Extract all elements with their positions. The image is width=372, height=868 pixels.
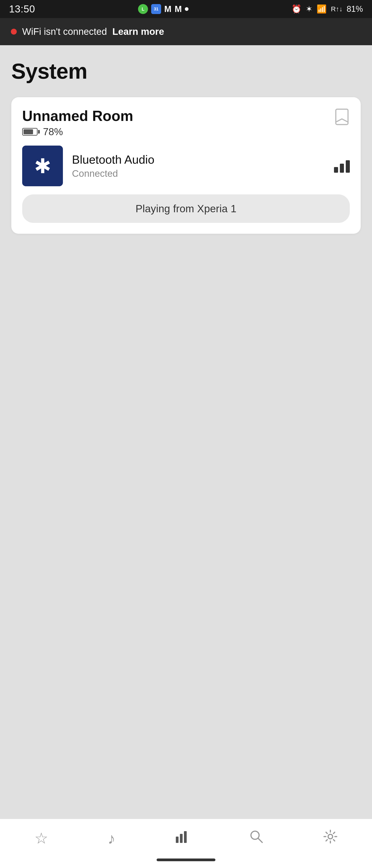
search-icon — [249, 829, 264, 847]
main-content: System Unnamed Room 78% — [0, 45, 372, 818]
wifi-message-text: WiFi isn't connected — [22, 26, 107, 37]
battery-percent: 78% — [43, 126, 63, 137]
battery-icon — [22, 128, 40, 135]
status-icons: ⏰ ✶ 📶 R↑↓ 81% — [291, 4, 363, 14]
room-name: Unnamed Room — [22, 108, 133, 124]
device-info: Bluetooth Audio Connected — [72, 153, 325, 179]
battery-status: 81% — [347, 4, 363, 14]
settings-icon — [323, 829, 338, 847]
device-row: ✱ Bluetooth Audio Connected — [22, 146, 350, 186]
card-header: Unnamed Room 78% — [22, 108, 350, 137]
svg-rect-2 — [180, 834, 182, 843]
nav-music[interactable]: ♪ — [101, 827, 122, 849]
battery-row: 78% — [22, 126, 133, 137]
svg-rect-3 — [184, 831, 187, 843]
gmail2-icon: M — [175, 4, 182, 14]
svg-point-6 — [328, 834, 333, 839]
svg-line-5 — [258, 838, 262, 842]
wifi-banner[interactable]: WiFi isn't connected Learn more — [0, 18, 372, 45]
system-icon — [175, 829, 190, 847]
signal-bars-icon — [334, 159, 350, 173]
device-card[interactable]: Unnamed Room 78% — [11, 97, 361, 234]
wifi-learn-more-link[interactable]: Learn more — [112, 26, 164, 37]
gmail-icon: M — [164, 4, 172, 14]
calendar-icon: 31 — [151, 4, 161, 14]
home-pill — [156, 859, 216, 861]
nav-favorites[interactable]: ☆ — [28, 827, 55, 849]
room-info: Unnamed Room 78% — [22, 108, 133, 137]
nav-items: ☆ ♪ — [0, 819, 372, 854]
wifi-error-dot — [11, 29, 17, 35]
favorites-icon: ☆ — [34, 829, 48, 847]
home-indicator — [0, 854, 372, 868]
bluetooth-icon: ✱ — [34, 154, 51, 178]
line-icon: L — [138, 4, 148, 14]
signal-icon: R↑↓ — [331, 5, 343, 13]
device-name: Bluetooth Audio — [72, 153, 325, 166]
status-bar: 13:50 L 31 M M ⏰ ✶ 📶 R↑↓ 81% — [0, 0, 372, 18]
status-time: 13:50 — [9, 3, 35, 15]
bluetooth-icon-box: ✱ — [22, 146, 63, 186]
bluetooth-status-icon: ✶ — [306, 4, 313, 14]
notification-dot — [185, 7, 189, 11]
nav-system[interactable] — [168, 827, 196, 849]
music-icon: ♪ — [108, 830, 115, 847]
app-icons: L 31 M M — [138, 4, 189, 14]
playing-from-button[interactable]: Playing from Xperia 1 — [22, 194, 350, 223]
bookmark-icon[interactable] — [334, 108, 350, 127]
svg-rect-1 — [176, 837, 178, 843]
svg-rect-0 — [336, 109, 348, 125]
nav-settings[interactable] — [316, 827, 344, 849]
device-status: Connected — [72, 168, 325, 179]
nav-search[interactable] — [242, 827, 270, 849]
wifi-status-icon: 📶 — [317, 4, 327, 14]
bottom-nav: ☆ ♪ — [0, 819, 372, 868]
alarm-icon: ⏰ — [291, 4, 302, 14]
page-title: System — [11, 59, 361, 84]
